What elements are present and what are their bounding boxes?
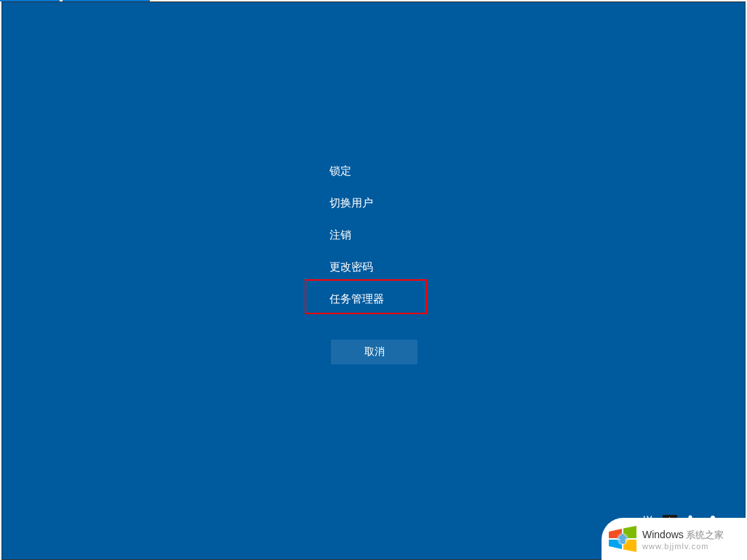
windows-logo-icon <box>607 524 638 553</box>
switch-user-option[interactable]: 切换用户 <box>329 187 384 219</box>
security-options-menu: 锁定 切换用户 注销 更改密码 任务管理器 <box>329 155 384 315</box>
lock-option[interactable]: 锁定 <box>329 155 384 187</box>
watermark-text: Windows 系统之家 www.bjjmlv.com <box>642 528 724 551</box>
watermark-badge: Windows 系统之家 www.bjjmlv.com <box>602 518 747 560</box>
watermark-url: www.bjjmlv.com <box>642 542 724 551</box>
watermark-title-main: Windows <box>642 529 684 540</box>
task-manager-option[interactable]: 任务管理器 <box>329 283 384 315</box>
watermark-title-accent: 系统之家 <box>684 529 724 540</box>
security-options-screen: 锁定 切换用户 注销 更改密码 任务管理器 取消 拼 中 <box>1 1 746 560</box>
sign-out-option[interactable]: 注销 <box>329 219 384 251</box>
change-password-option[interactable]: 更改密码 <box>329 251 384 283</box>
watermark-title: Windows 系统之家 <box>642 528 724 542</box>
cancel-button[interactable]: 取消 <box>331 340 418 364</box>
